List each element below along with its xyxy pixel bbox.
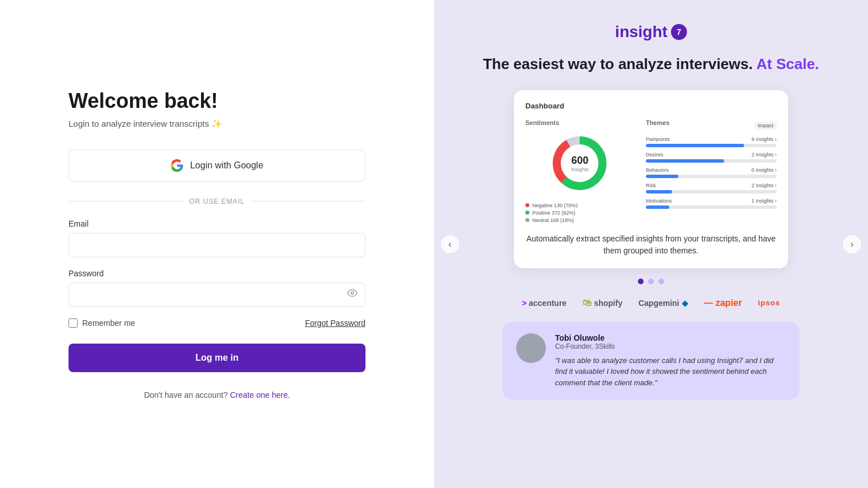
email-label: Email xyxy=(69,219,365,228)
carousel-next-button[interactable]: › xyxy=(843,235,861,253)
svg-point-0 xyxy=(351,292,354,295)
legend-negative: Negative 130 (70%) xyxy=(525,203,634,208)
divider: OR USE EMAIL xyxy=(69,197,365,205)
divider-line-left xyxy=(69,201,183,201)
logo-ipsos: ipsos xyxy=(758,299,780,307)
sentiments-section: Sentiments 600 Insights xyxy=(525,119,634,225)
password-label: Password xyxy=(69,269,365,278)
testimonial-name: Tobi Oluwole xyxy=(555,333,786,342)
theme-behaviors: Behaviors 0 Insights › xyxy=(646,167,777,178)
password-input[interactable] xyxy=(69,283,365,307)
divider-text: OR USE EMAIL xyxy=(190,197,245,205)
impact-button[interactable]: Impact xyxy=(754,122,777,130)
donut-center: 600 Insights xyxy=(571,154,589,172)
login-panel: Welcome back! Login to analyze interview… xyxy=(0,0,434,488)
divider-line-right xyxy=(251,201,365,201)
dashboard-description: Automatically extract specified insights… xyxy=(525,233,777,257)
theme-painpoints-label: Painpoints xyxy=(646,136,670,142)
carousel-dots xyxy=(638,279,664,284)
theme-risk-count: 2 Insights › xyxy=(752,183,777,188)
welcome-title: Welcome back! xyxy=(69,89,365,113)
dashboard-header: Dashboard xyxy=(525,102,777,110)
legend-positive: Positive 372 (62%) xyxy=(525,210,634,216)
donut-sub: Insights xyxy=(571,166,589,172)
signup-link[interactable]: Create one here. xyxy=(230,390,290,400)
theme-desires: Desires 2 Insights › xyxy=(646,152,777,163)
theme-behaviors-count: 0 Insights › xyxy=(752,167,777,173)
email-group: Email xyxy=(69,219,365,257)
carousel-prev-button[interactable]: ‹ xyxy=(441,235,459,253)
theme-behaviors-label: Behaviors xyxy=(646,167,669,173)
testimonial-quote: "I was able to analyze customer calls I … xyxy=(555,355,786,389)
form-footer: Remember me Forgot Password xyxy=(69,318,365,328)
tagline: The easiest way to analyze interviews. A… xyxy=(483,55,819,74)
theme-motivations-label: Motivations xyxy=(646,198,672,204)
signup-prompt: Don't have an account? xyxy=(144,390,228,400)
theme-motivations: Motivations 1 Insights › xyxy=(646,198,777,209)
legend-neutral-text: Neutral 108 (18%) xyxy=(532,217,574,223)
legend-positive-text: Positive 372 (62%) xyxy=(532,210,576,216)
eye-icon[interactable] xyxy=(347,288,357,301)
remember-me-checkbox[interactable] xyxy=(69,318,78,328)
email-input[interactable] xyxy=(69,233,365,257)
logo-capgemini: Capgemini ◆ xyxy=(638,299,688,308)
theme-desires-count: 2 Insights › xyxy=(752,152,777,158)
testimonial-body: Tobi Oluwole Co-Founder, 3Skills "I was … xyxy=(555,333,786,389)
logo-zapier: — zapier xyxy=(704,298,742,308)
legend-dot-negative xyxy=(525,203,529,207)
dot-2[interactable] xyxy=(648,279,654,284)
testimonial: Tobi Oluwole Co-Founder, 3Skills "I was … xyxy=(503,322,799,400)
themes-label: Themes xyxy=(646,119,670,126)
sentiments-label: Sentiments xyxy=(525,119,634,126)
donut-number: 600 xyxy=(571,154,589,166)
theme-painpoints-count: 9 Insights › xyxy=(752,136,777,142)
logo-shopify: 🛍 shopify xyxy=(582,298,622,308)
brand-logo: insight 7 xyxy=(615,23,687,41)
theme-desires-bar xyxy=(646,159,724,163)
theme-painpoints-bar xyxy=(646,144,744,147)
brand-name: insight xyxy=(615,23,668,41)
google-login-button[interactable]: Login with Google xyxy=(69,150,365,182)
tagline-accent: At Scale. xyxy=(756,55,819,72)
google-btn-label: Login with Google xyxy=(190,160,263,171)
dot-1[interactable] xyxy=(638,279,644,284)
password-group: Password xyxy=(69,269,365,307)
theme-motivations-count: 1 Insights › xyxy=(752,198,777,204)
legend-neutral: Neutral 108 (18%) xyxy=(525,217,634,223)
theme-risk-label: Risk xyxy=(646,183,656,188)
legend-negative-text: Negative 130 (70%) xyxy=(532,203,578,208)
legend-dot-positive xyxy=(525,211,529,215)
legend-dot-neutral xyxy=(525,218,529,222)
theme-risk: Risk 2 Insights › xyxy=(646,183,777,193)
theme-motivations-bar xyxy=(646,205,669,209)
welcome-subtitle: Login to analyze interview transcripts ✨ xyxy=(69,119,365,129)
signup-text: Don't have an account? Create one here. xyxy=(69,390,365,400)
dashboard-card: Dashboard Sentiments xyxy=(514,90,788,268)
logos-row: >accenture 🛍 shopify Capgemini ◆ — zapie… xyxy=(522,298,780,308)
tagline-main: The easiest way to analyze interviews. xyxy=(483,55,757,72)
theme-painpoints: Painpoints 9 Insights › xyxy=(646,136,777,147)
password-wrapper xyxy=(69,283,365,307)
forgot-password-button[interactable]: Forgot Password xyxy=(305,318,365,328)
login-button[interactable]: Log me in xyxy=(69,344,365,372)
theme-desires-label: Desires xyxy=(646,152,664,158)
dot-3[interactable] xyxy=(658,279,664,284)
donut-chart: 600 Insights xyxy=(548,132,611,195)
theme-behaviors-bar xyxy=(646,175,678,178)
remember-me-label[interactable]: Remember me xyxy=(69,318,135,328)
testimonial-role: Co-Founder, 3Skills xyxy=(555,342,786,350)
logo-accenture: >accenture xyxy=(522,299,566,308)
brand-icon: 7 xyxy=(671,24,687,40)
themes-section: Themes Impact Painpoints 9 Insights › De… xyxy=(646,119,777,225)
dashboard-content: Sentiments 600 Insights xyxy=(525,119,777,225)
theme-risk-bar xyxy=(646,190,672,193)
avatar xyxy=(516,333,546,363)
remember-me-text: Remember me xyxy=(82,318,135,328)
google-icon xyxy=(171,159,183,172)
promo-panel: ‹ › insight 7 The easiest way to analyze… xyxy=(434,0,868,488)
themes-header-row: Themes Impact xyxy=(646,119,777,132)
